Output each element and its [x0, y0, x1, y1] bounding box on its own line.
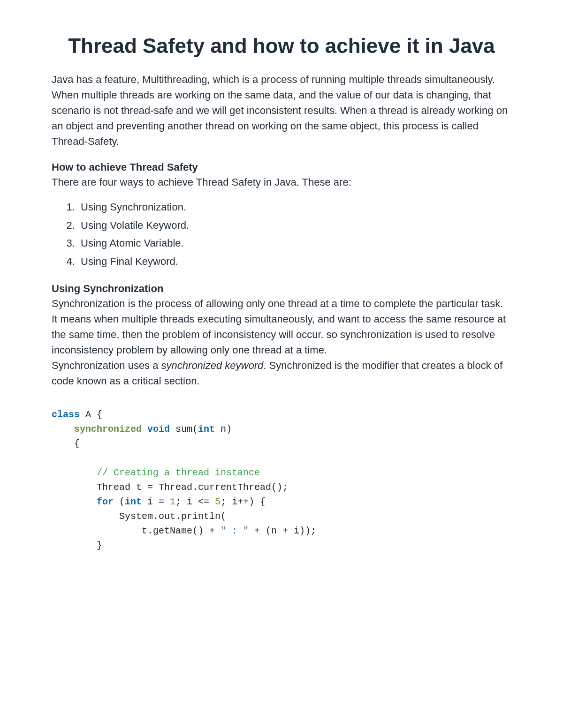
- code-text: ; i++) {: [221, 496, 266, 507]
- document-page: Thread Safety and how to achieve it in J…: [0, 0, 563, 728]
- ways-list: Using Synchronization. Using Volatile Ke…: [52, 198, 511, 270]
- code-keyword-class: class: [52, 409, 80, 420]
- code-text: t.getName() +: [142, 525, 221, 536]
- sync-para-2-pre: Synchronization uses a: [52, 360, 161, 371]
- code-string: " : ": [221, 525, 249, 536]
- code-keyword-int: int: [198, 424, 215, 435]
- code-comment: // Creating a thread instance: [97, 467, 260, 478]
- code-keyword-int: int: [125, 496, 142, 507]
- section-heading-sync: Using Synchronization: [52, 283, 511, 295]
- section-heading-how: How to achieve Thread Safety: [52, 161, 511, 173]
- code-block: class A { synchronized void sum(int n) {…: [52, 407, 511, 553]
- sync-para-1: Synchronization is the process of allowi…: [52, 298, 506, 356]
- page-title: Thread Safety and how to achieve it in J…: [52, 33, 511, 59]
- section-sync-body: Synchronization is the process of allowi…: [52, 296, 511, 389]
- list-item: Using Volatile Keyword.: [78, 217, 511, 235]
- code-number: 5: [215, 496, 221, 507]
- code-keyword-synchronized: synchronized: [74, 424, 142, 435]
- code-keyword-for: for: [97, 496, 114, 507]
- code-text: Thread t = Thread.currentThread();: [97, 482, 288, 493]
- list-item: Using Final Keyword.: [78, 253, 511, 271]
- code-text: {: [74, 438, 80, 449]
- list-item: Using Atomic Variable.: [78, 234, 511, 253]
- code-keyword-void: void: [147, 424, 170, 435]
- intro-paragraph: Java has a feature, Multithreading, whic…: [52, 72, 511, 149]
- section-how-lead: There are four ways to achieve Thread Sa…: [52, 174, 511, 190]
- code-text: sum(: [170, 424, 198, 435]
- code-text: System.out.println(: [119, 511, 226, 522]
- code-text: i =: [142, 496, 170, 507]
- list-item: Using Synchronization.: [78, 198, 511, 217]
- code-number: 1: [170, 496, 175, 507]
- code-text: + (n + i));: [249, 525, 316, 536]
- code-text: ; i <=: [175, 496, 215, 507]
- code-text: }: [97, 540, 102, 551]
- code-text: A {: [80, 409, 102, 420]
- code-text: n): [215, 424, 232, 435]
- code-text: (: [114, 496, 125, 507]
- sync-keyword-emphasis: synchronized keyword: [161, 360, 264, 371]
